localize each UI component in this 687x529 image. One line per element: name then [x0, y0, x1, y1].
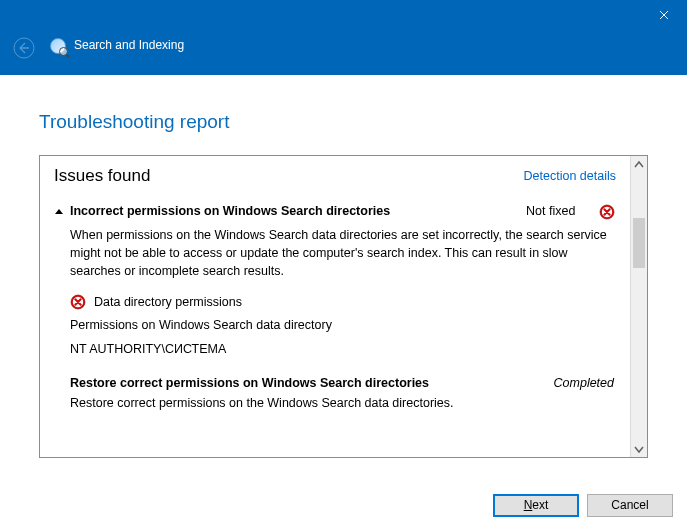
status-icon-wrap — [598, 204, 616, 220]
action-title: Restore correct permissions on Windows S… — [70, 376, 544, 390]
issue-description: When permissions on the Windows Search d… — [54, 220, 616, 280]
chevron-down-icon — [634, 444, 644, 454]
action-status: Completed — [554, 376, 616, 390]
issue-row: Incorrect permissions on Windows Search … — [54, 194, 616, 220]
header-title: Search and Indexing — [74, 38, 184, 52]
footer: Next Cancel — [0, 481, 687, 529]
next-button[interactable]: Next — [493, 494, 579, 517]
app-icon — [50, 38, 66, 54]
body: Troubleshooting report Issues found Dete… — [0, 75, 687, 458]
scroll-up-button[interactable] — [631, 156, 647, 173]
issues-found-heading: Issues found — [54, 166, 150, 186]
action-row: Restore correct permissions on Windows S… — [54, 366, 616, 390]
section-head: Issues found Detection details — [40, 156, 630, 194]
issue-sub: Data directory permissions Permissions o… — [54, 294, 616, 356]
titlebar — [0, 0, 687, 30]
cancel-button[interactable]: Cancel — [587, 494, 673, 517]
issue: Incorrect permissions on Windows Search … — [40, 194, 630, 410]
header: Search and Indexing — [0, 30, 687, 75]
back-arrow-icon — [13, 37, 35, 59]
error-icon — [70, 294, 86, 310]
close-button[interactable] — [641, 0, 687, 30]
scroll-thumb[interactable] — [633, 218, 645, 268]
scroll-down-button[interactable] — [631, 440, 647, 457]
sub-line-2: NT AUTHORITY\СИСТЕМА — [70, 342, 616, 356]
triangle-up-icon — [54, 207, 64, 217]
back-button — [10, 34, 38, 62]
sub-row: Data directory permissions — [70, 294, 616, 310]
issue-title: Incorrect permissions on Windows Search … — [70, 204, 526, 218]
report-content: Issues found Detection details Incorrect… — [40, 156, 630, 457]
error-icon — [599, 204, 615, 220]
chevron-up-icon — [634, 160, 644, 170]
next-label: ext — [532, 498, 548, 512]
issue-status: Not fixed — [526, 204, 598, 218]
sub-line-1: Permissions on Windows Search data direc… — [70, 318, 616, 332]
page-title: Troubleshooting report — [39, 111, 648, 133]
detection-details-link[interactable]: Detection details — [524, 169, 616, 183]
close-icon — [659, 10, 669, 20]
collapse-toggle[interactable] — [54, 207, 70, 217]
action-description: Restore correct permissions on the Windo… — [54, 390, 616, 410]
scrollbar[interactable] — [630, 156, 647, 457]
sub-title: Data directory permissions — [94, 295, 242, 309]
report-box: Issues found Detection details Incorrect… — [39, 155, 648, 458]
